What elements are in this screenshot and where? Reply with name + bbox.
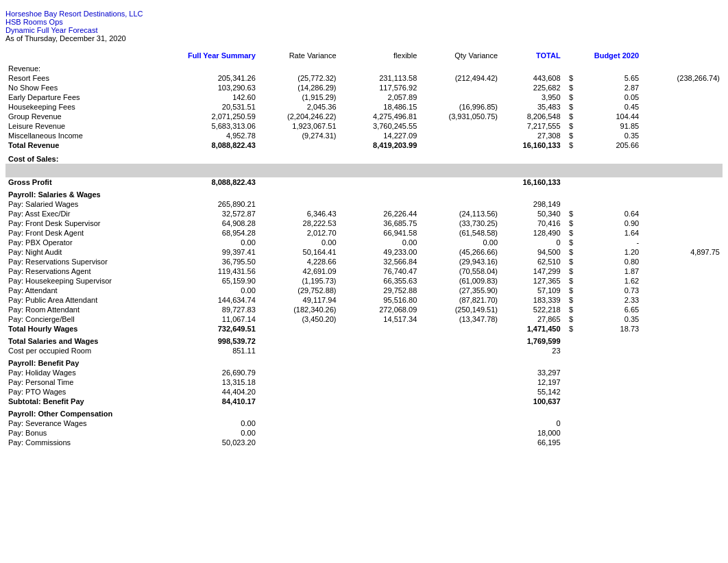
res-sup-rate: 0.80 [576, 257, 642, 266]
public-area-full-year: 144,634.74 [162, 295, 258, 305]
gross-profit-label: Gross Profit [5, 177, 162, 187]
pbx-dollar: $ [563, 238, 576, 247]
leisure-revenue-full-year: 5,683,313.06 [162, 121, 258, 131]
pbx-qty-var: 0.00 [420, 238, 500, 247]
gross-profit-total: 16,160,133 [500, 177, 563, 187]
night-audit-total: 94,500 [500, 247, 563, 257]
misc-income-label: Miscellaneous Income [5, 131, 162, 140]
payroll-benefit-label: Payroll: Benefit Pay [5, 358, 162, 368]
front-desk-agent-dollar: $ [563, 228, 576, 238]
res-sup-full-year: 36,795.50 [162, 257, 258, 266]
resort-fees-label: Resort Fees [5, 73, 162, 83]
leisure-revenue-dollar: $ [563, 121, 576, 131]
commissions-label: Pay: Commissions [5, 438, 162, 447]
group-revenue-rate: 104.44 [576, 112, 642, 121]
nav-link[interactable]: HSB Rooms Ops [5, 18, 63, 26]
night-audit-dollar: $ [563, 247, 576, 257]
col-header-qty-var: Qty Variance [420, 51, 500, 60]
cost-of-sales-label: Cost of Sales: [5, 154, 162, 164]
misc-income-full-year: 4,952.78 [162, 131, 258, 140]
res-agent-flexible: 76,740.47 [339, 266, 420, 276]
payroll-benefit-header: Payroll: Benefit Pay [5, 358, 723, 368]
no-show-qty-var [420, 83, 500, 92]
hk-sup-full-year: 65,159.90 [162, 276, 258, 286]
early-dep-dollar: $ [563, 92, 576, 102]
concierge-rate: 0.35 [576, 314, 642, 324]
gross-profit-row: Gross Profit 8,088,822.43 16,160,133 [5, 177, 723, 187]
night-audit-rate-var: 50,164.41 [258, 247, 339, 257]
night-audit-qty-var: (45,266.66) [420, 247, 500, 257]
res-agent-qty-var: (70,558.04) [420, 266, 500, 276]
cost-of-sales-shaded-1 [5, 164, 723, 171]
total-hourly-label: Total Hourly Wages [5, 324, 162, 334]
asst-exec-total: 50,340 [500, 209, 563, 218]
front-desk-agent-full-year: 68,954.28 [162, 228, 258, 238]
resort-fees-total: 443,608 [500, 73, 563, 83]
total-hourly-total: 1,471,450 [500, 324, 563, 334]
col-header-flexible: flexible [339, 51, 420, 60]
night-audit-extra: 4,897.75 [642, 247, 723, 257]
date-line: As of Thursday, December 31, 2020 [5, 34, 723, 42]
subtotal-benefit-row: Subtotal: Benefit Pay 84,410.17 100,637 [5, 397, 723, 406]
leisure-revenue-rate: 91.85 [576, 121, 642, 131]
pto-wages-row: Pay: PTO Wages 44,404.20 55,142 [5, 387, 723, 397]
hk-sup-rate-var: (1,195.73) [258, 276, 339, 286]
pto-wages-full-year: 44,404.20 [162, 387, 258, 397]
total-hourly-dollar: $ [563, 324, 576, 334]
resort-fees-rate-var: (25,772.32) [258, 73, 339, 83]
no-show-rate: 2.87 [576, 83, 642, 92]
company-name-link[interactable]: Horseshoe Bay Resort Destinations, LLC [5, 10, 143, 18]
payroll-row-res-sup: Pay: Reservations Supervisor 36,795.50 4… [5, 257, 723, 266]
front-desk-agent-total: 128,490 [500, 228, 563, 238]
payroll-sal-label: Payroll: Salaries & Wages [5, 190, 162, 199]
payroll-row-res-agent: Pay: Reservations Agent 119,431.56 42,69… [5, 266, 723, 276]
payroll-row-front-desk-agent: Pay: Front Desk Agent 68,954.28 2,012.70… [5, 228, 723, 238]
front-desk-sup-label: Pay: Front Desk Supervisor [5, 218, 162, 228]
resort-fees-qty-var: (212,494.42) [420, 73, 500, 83]
leisure-revenue-qty-var [420, 121, 500, 131]
no-show-label: No Show Fees [5, 83, 162, 92]
housekeeping-fees-flexible: 18,486.15 [339, 102, 420, 112]
asst-exec-qty-var: (24,113.56) [420, 209, 500, 218]
leisure-revenue-rate-var: 1,923,067.51 [258, 121, 339, 131]
night-audit-flexible: 49,233.00 [339, 247, 420, 257]
payroll-row-room-attendant: Pay: Room Attendant 89,727.83 (182,340.2… [5, 305, 723, 314]
total-revenue-total: 16,160,133 [500, 140, 563, 150]
public-area-dollar: $ [563, 295, 576, 305]
holiday-wages-full-year: 26,690.79 [162, 368, 258, 377]
severance-wages-full-year: 0.00 [162, 418, 258, 428]
asst-exec-full-year: 32,572.87 [162, 209, 258, 218]
front-desk-agent-rate: 1.64 [576, 228, 642, 238]
hk-sup-rate: 1.62 [576, 276, 642, 286]
group-revenue-flexible: 4,275,496.81 [339, 112, 420, 121]
gross-profit-full-year: 8,088,822.43 [162, 177, 258, 187]
concierge-total: 27,865 [500, 314, 563, 324]
commissions-row: Pay: Commissions 50,023.20 66,195 [5, 438, 723, 447]
res-sup-dollar: $ [563, 257, 576, 266]
pto-wages-label: Pay: PTO Wages [5, 387, 162, 397]
night-audit-full-year: 99,397.41 [162, 247, 258, 257]
attendant-dollar: $ [563, 286, 576, 295]
room-attendant-label: Pay: Room Attendant [5, 305, 162, 314]
pto-wages-total: 55,142 [500, 387, 563, 397]
cost-per-occ-full-year: 851.11 [162, 346, 258, 355]
group-revenue-label: Group Revenue [5, 112, 162, 121]
group-revenue-total: 8,206,548 [500, 112, 563, 121]
front-desk-sup-dollar: $ [563, 218, 576, 228]
revenue-row-leisure: Leisure Revenue 5,683,313.06 1,923,067.5… [5, 121, 723, 131]
attendant-flexible: 29,752.88 [339, 286, 420, 295]
res-agent-rate: 1.87 [576, 266, 642, 276]
total-revenue-rate: 205.66 [576, 140, 642, 150]
payroll-other-label: Payroll: Other Compensation [5, 409, 162, 418]
front-desk-sup-rate-var: 28,222.53 [258, 218, 339, 228]
col-header-total: TOTAL [500, 51, 563, 60]
holiday-wages-label: Pay: Holiday Wages [5, 368, 162, 377]
public-area-rate-var: 49,117.94 [258, 295, 339, 305]
commissions-full-year: 50,023.20 [162, 438, 258, 447]
col-header-rate-var: Rate Variance [258, 51, 339, 60]
payroll-row-public-area: Pay: Public Area Attendant 144,634.74 49… [5, 295, 723, 305]
payroll-row-night-audit: Pay: Night Audit 99,397.41 50,164.41 49,… [5, 247, 723, 257]
room-attendant-rate-var: (182,340.26) [258, 305, 339, 314]
housekeeping-fees-dollar: $ [563, 102, 576, 112]
hk-sup-qty-var: (61,009.83) [420, 276, 500, 286]
